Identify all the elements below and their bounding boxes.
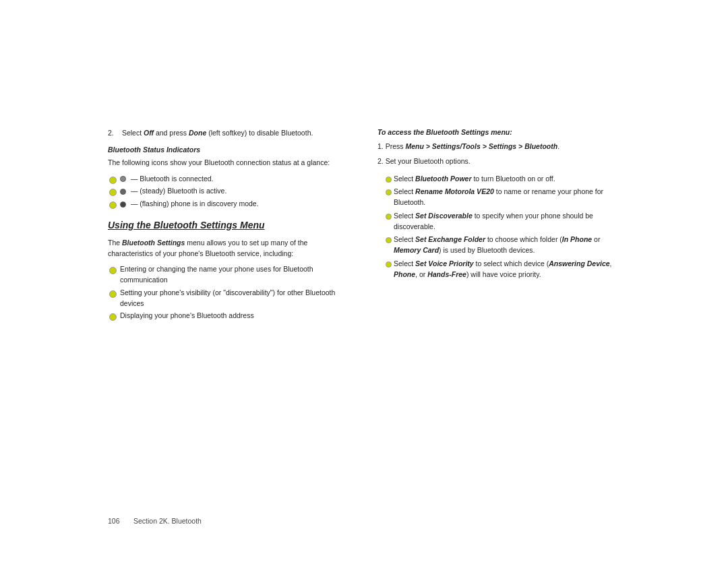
right-sub5: Select Set Voice Priority to select whic… [384, 259, 620, 280]
sub4-or: or [592, 235, 600, 243]
right-sub2: Select Rename Motorola VE20 to name or r… [384, 187, 620, 208]
right-sub1: Select Bluetooth Power to turn Bluetooth… [384, 174, 620, 185]
right-step2-num: 2. [377, 157, 386, 165]
right-step1: 1. Press Menu > Settings/Tools > Setting… [377, 142, 620, 152]
visibility-text: Setting your phone's visibility (or "dis… [120, 288, 335, 307]
list-item-entering: Entering or changing the name your phone… [108, 264, 351, 286]
bluetooth-status-body: The following icons show your Bluetooth … [108, 158, 351, 168]
step2-num: 2. [108, 128, 120, 139]
steady-text: — (steady) Bluetooth is active. [131, 187, 226, 195]
bluetooth-settings-body: The Bluetooth Settings menu allows you t… [108, 238, 351, 259]
sub4-text1: Select [394, 235, 415, 243]
right-column: To access the Bluetooth Settings menu: 1… [377, 128, 620, 328]
steady-icon [120, 189, 126, 195]
body2-text1: The [108, 239, 122, 247]
sub4-memory: Memory Card [394, 246, 439, 254]
content-area: 2. Select Off and press Done (left softk… [108, 128, 620, 328]
list-item-steady: — (steady) Bluetooth is active. [108, 186, 351, 197]
right-sub3: Select Set Discoverable to specify when … [384, 211, 620, 232]
sub4-bold: Set Exchange Folder [415, 235, 485, 243]
footer: 106 Section 2K. Bluetooth [108, 517, 202, 525]
step2-off: Off [144, 129, 154, 137]
sub2-bold: Rename Motorola VE20 [415, 187, 494, 195]
step2-text2: and press [154, 129, 189, 137]
connected-text: — Bluetooth is connected. [131, 175, 214, 183]
list-item-address: Displaying your phone's Bluetooth addres… [108, 311, 351, 321]
right-step2-text: Set your Bluetooth options. [386, 157, 471, 165]
right-step1-num: 1. [377, 142, 386, 150]
right-step1-text1: Press [386, 142, 406, 150]
footer-page-num: 106 [108, 517, 120, 525]
connected-icon [120, 176, 126, 182]
step2-done: Done [189, 129, 206, 137]
list-item-flashing: — (flashing) phone is in discovery mode. [108, 199, 351, 210]
right-step2: 2. Set your Bluetooth options. [377, 156, 620, 167]
sub5-or: , or [415, 270, 427, 278]
flashing-icon [120, 201, 126, 208]
sub1-text2: to turn Bluetooth on or off. [472, 175, 555, 183]
sub3-text1: Select [394, 212, 415, 220]
flashing-text: — (flashing) phone is in discovery mode. [131, 199, 259, 208]
section-heading: Using the Bluetooth Settings Menu [108, 219, 351, 231]
right-sub-list: Select Bluetooth Power to turn Bluetooth… [384, 174, 620, 280]
step2-text3: (left softkey) to disable Bluetooth. [206, 129, 313, 137]
right-sub4: Select Set Exchange Folder to choose whi… [384, 235, 620, 256]
list-item-visibility: Setting your phone's visibility (or "dis… [108, 288, 351, 309]
sub1-bold: Bluetooth Power [415, 175, 471, 183]
sub5-text1: Select [394, 259, 415, 268]
step2-text1: Select [122, 129, 144, 137]
right-numbered-list: 1. Press Menu > Settings/Tools > Setting… [377, 142, 620, 167]
sub5-handsfree: Hands-Free [427, 270, 466, 278]
sub5-answering: Answering Device [549, 259, 609, 268]
address-text: Displaying your phone's Bluetooth addres… [120, 311, 254, 319]
sub4-end: ) is used by Bluetooth devices. [439, 246, 535, 254]
sub5-end: ) will have voice priority. [466, 270, 541, 278]
sub2-text1: Select [394, 187, 415, 195]
right-step1-path: Menu > Settings/Tools > Settings > Bluet… [405, 142, 557, 150]
right-step1-text2: . [557, 142, 559, 150]
bluetooth-status-subtitle: Bluetooth Status Indicators [108, 146, 351, 154]
right-col-heading: To access the Bluetooth Settings menu: [377, 128, 620, 136]
entering-text: Entering or changing the name your phone… [120, 265, 313, 284]
sub5-phone: Phone [394, 270, 415, 278]
step-2-block: 2. Select Off and press Done (left softk… [108, 128, 351, 139]
page: 2. Select Off and press Done (left softk… [0, 0, 728, 562]
sub1-text1: Select [394, 175, 415, 183]
including-list: Entering or changing the name your phone… [108, 264, 351, 321]
status-icon-list: — Bluetooth is connected. — (steady) Blu… [108, 174, 351, 210]
sub5-text2: to select which device ( [474, 259, 549, 268]
left-column: 2. Select Off and press Done (left softk… [108, 128, 351, 328]
sub5-bold: Set Voice Priority [415, 259, 474, 268]
footer-section: Section 2K. Bluetooth [133, 517, 202, 525]
sub5-comma: , [610, 259, 612, 268]
sub4-text2: to choose which folder ( [485, 235, 562, 243]
sub3-bold: Set Discoverable [415, 212, 473, 220]
body2-bold: Bluetooth Settings [122, 239, 185, 247]
list-item-connected: — Bluetooth is connected. [108, 174, 351, 185]
sub4-in-phone: In Phone [562, 235, 592, 243]
